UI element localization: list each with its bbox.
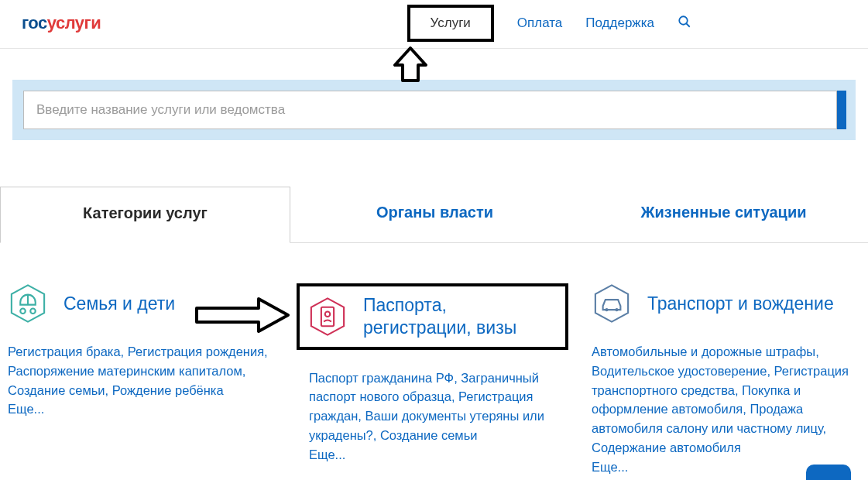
card-passport-title[interactable]: Паспорта, регистрации, визы [363,294,537,339]
svg-point-10 [605,308,608,311]
search-icon[interactable] [678,15,691,33]
card-transport-more[interactable]: Еще... [592,460,628,474]
card-transport-links[interactable]: Автомобильные и дорожные штрафы, Водител… [592,345,849,454]
floating-action-button[interactable] [806,465,851,480]
card-passport-more[interactable]: Еще... [309,447,345,461]
card-passport-links[interactable]: Паспорт гражданина РФ, Заграничный паспо… [309,371,544,442]
card-family-links[interactable]: Регистрация брака, Регистрация рождения,… [8,345,268,397]
search-input[interactable] [24,91,836,129]
svg-point-8 [325,311,331,317]
passport-icon [307,297,348,337]
nav: Услуги Оплата Поддержка [407,9,691,37]
card-transport-title[interactable]: Транспорт и вождение [647,293,834,315]
car-icon [592,283,632,324]
nav-payment[interactable]: Оплата [517,15,562,31]
annotation-right-arrow-icon [192,296,293,338]
search-box [23,91,837,129]
nav-support[interactable]: Поддержка [585,15,654,31]
tab-authorities[interactable]: Органы власти [290,187,579,242]
svg-marker-9 [595,285,628,321]
card-transport-head: Транспорт и вождение [592,283,860,324]
card-family-title[interactable]: Семья и дети [63,293,175,315]
logo-part-1: гос [22,13,47,33]
logo-part-2: услуги [47,13,101,33]
annotation-up-arrow-icon [387,43,434,93]
tab-categories[interactable]: Категории услуг [0,187,290,243]
search-bar [12,80,856,140]
card-transport-body: Автомобильные и дорожные штрафы, Водител… [592,342,860,476]
svg-point-11 [615,308,618,311]
stroller-icon [8,283,48,324]
card-transport: Транспорт и вождение Автомобильные и дор… [592,283,860,476]
card-family-more[interactable]: Еще... [8,402,44,416]
svg-point-4 [20,309,26,314]
logo[interactable]: госуслуги [22,13,101,33]
tabs: Категории услуг Органы власти Жизненные … [0,187,868,243]
svg-point-0 [679,16,688,25]
svg-point-5 [30,309,36,314]
nav-services[interactable]: Услуги [407,5,494,42]
header: госуслуги Услуги Оплата Поддержка [0,0,868,49]
svg-line-1 [686,23,690,27]
cards-row: Семья и дети Регистрация брака, Регистра… [0,243,868,476]
search-submit-button[interactable] [837,91,846,129]
card-passport-head: Паспорта, регистрации, визы [297,283,568,350]
card-family-body: Регистрация брака, Регистрация рождения,… [8,342,276,419]
card-passport-body: Паспорт гражданина РФ, Заграничный паспо… [309,369,568,465]
tab-situations[interactable]: Жизненные ситуации [579,187,868,242]
card-passport: Паспорта, регистрации, визы Паспорт граж… [300,283,568,476]
